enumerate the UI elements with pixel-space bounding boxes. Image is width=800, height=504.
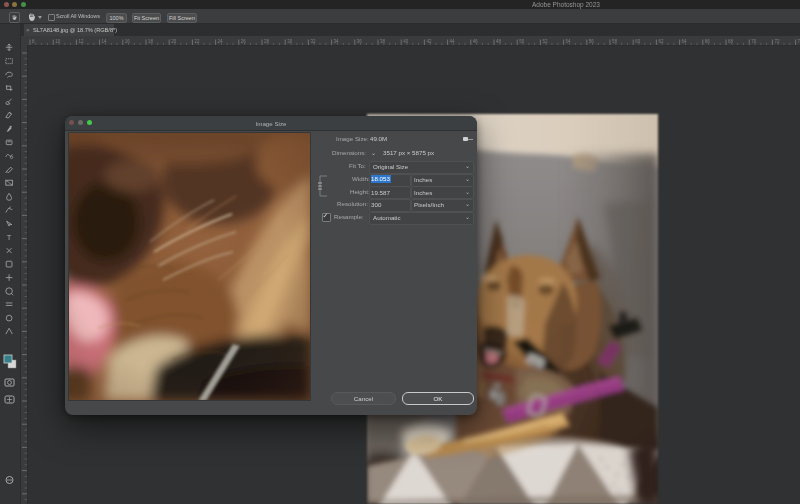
svg-text:54: 54	[566, 39, 572, 44]
svg-text:62: 62	[658, 39, 664, 44]
svg-text:32: 32	[310, 39, 316, 44]
svg-text:56: 56	[589, 39, 595, 44]
svg-text:8: 8	[32, 39, 35, 44]
svg-text:68: 68	[728, 39, 734, 44]
svg-text:60: 60	[635, 39, 641, 44]
svg-text:10: 10	[55, 39, 61, 44]
svg-text:66: 66	[705, 39, 711, 44]
svg-text:50: 50	[519, 39, 525, 44]
svg-text:42: 42	[426, 39, 432, 44]
svg-text:30: 30	[287, 39, 293, 44]
svg-text:52: 52	[542, 39, 548, 44]
svg-text:26: 26	[241, 39, 247, 44]
svg-text:12: 12	[78, 39, 84, 44]
svg-text:44: 44	[450, 39, 456, 44]
svg-text:34: 34	[334, 39, 340, 44]
svg-text:38: 38	[380, 39, 386, 44]
svg-text:22: 22	[194, 39, 200, 44]
svg-text:20: 20	[171, 39, 177, 44]
svg-text:36: 36	[357, 39, 363, 44]
svg-text:58: 58	[612, 39, 618, 44]
svg-text:28: 28	[264, 39, 270, 44]
svg-text:14: 14	[102, 39, 108, 44]
svg-text:18: 18	[148, 39, 154, 44]
svg-text:72: 72	[774, 39, 780, 44]
svg-text:64: 64	[682, 39, 688, 44]
svg-text:70: 70	[751, 39, 757, 44]
svg-text:16: 16	[125, 39, 131, 44]
svg-text:46: 46	[473, 39, 479, 44]
svg-text:40: 40	[403, 39, 409, 44]
svg-text:48: 48	[496, 39, 502, 44]
svg-text:24: 24	[218, 39, 224, 44]
svg-text:T: T	[7, 233, 12, 242]
